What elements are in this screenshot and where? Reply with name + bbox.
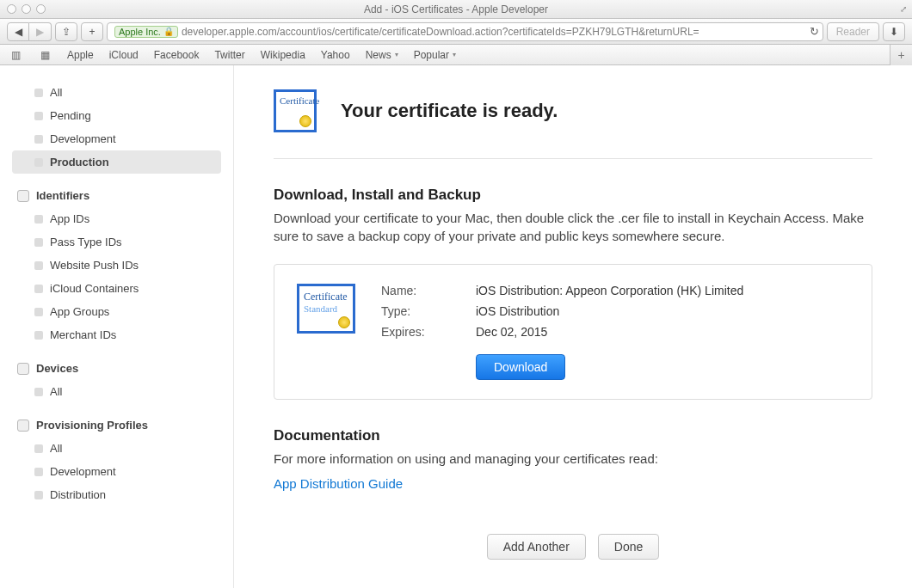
bookmark-twitter[interactable]: Twitter <box>214 49 244 61</box>
label-expires: Expires: <box>381 325 450 339</box>
sidebar-item-distribution-profiles[interactable]: Distribution <box>12 483 221 506</box>
bookmark-popular[interactable]: Popular▾ <box>414 49 456 61</box>
share-button[interactable]: ⇪ <box>55 22 77 41</box>
cert-ready-title: Your certificate is ready. <box>341 100 558 122</box>
url-text: developer.apple.com/account/ios/certific… <box>182 26 699 38</box>
address-bar[interactable]: Apple Inc.🔒 developer.apple.com/account/… <box>107 22 823 41</box>
downloads-button[interactable]: ⬇ <box>883 22 905 41</box>
bullet-icon <box>34 308 43 316</box>
bookmarks-bar: ▥ ▦ Apple iCloud Facebook Twitter Wikipe… <box>0 45 912 65</box>
forward-button[interactable]: ▶ <box>29 22 52 41</box>
page: All Pending Development Production Ident… <box>0 65 912 588</box>
sidebar-head-identifiers[interactable]: Identifiers <box>12 184 221 207</box>
sidebar-item-pending[interactable]: Pending <box>12 104 221 127</box>
done-button[interactable]: Done <box>598 534 659 560</box>
device-icon <box>17 363 29 375</box>
sidebar-item-all-devices[interactable]: All <box>12 380 221 403</box>
sidebar-item-app-ids[interactable]: App IDs <box>12 207 221 230</box>
topsites-grid-icon[interactable]: ▦ <box>38 49 52 61</box>
sidebar-item-merchant-ids[interactable]: Merchant IDs <box>12 323 221 346</box>
fullscreen-icon[interactable]: ⤢ <box>900 4 907 14</box>
browser-toolbar: ◀ ▶ ⇪ + Apple Inc.🔒 developer.apple.com/… <box>0 19 912 45</box>
sidebar-item-all-profiles[interactable]: All <box>12 437 221 460</box>
bookmark-apple[interactable]: Apple <box>67 49 94 61</box>
sidebar-item-all-certs[interactable]: All <box>12 81 221 104</box>
app-distribution-guide-link[interactable]: App Distribution Guide <box>274 476 403 491</box>
sidebar-item-production[interactable]: Production <box>12 150 221 174</box>
nav-group: ◀ ▶ <box>7 22 52 41</box>
add-bookmark-button[interactable]: + <box>81 22 103 41</box>
bookmarks-book-icon[interactable]: ▥ <box>9 49 22 61</box>
value-name: iOS Distribution: Appeon Corporation (HK… <box>476 284 743 297</box>
cert-details: Name: iOS Distribution: Appeon Corporati… <box>381 284 743 380</box>
zoom-window-icon[interactable] <box>36 4 46 14</box>
bullet-icon <box>34 238 43 247</box>
sidebar-group-certificates: All Pending Development Production <box>12 81 221 174</box>
sidebar: All Pending Development Production Ident… <box>0 65 234 588</box>
close-window-icon[interactable] <box>7 4 16 14</box>
ssl-badge[interactable]: Apple Inc.🔒 <box>114 26 178 38</box>
certificate-card: Certificate Standard Name: iOS Distribut… <box>274 264 872 400</box>
sidebar-item-pass-type-ids[interactable]: Pass Type IDs <box>12 230 221 254</box>
seal-icon <box>338 316 350 328</box>
bullet-icon <box>34 261 43 270</box>
bullet-icon <box>34 331 43 340</box>
download-section-body: Download your certificate to your Mac, t… <box>274 209 872 245</box>
bullet-icon <box>34 285 43 293</box>
window-titlebar: Add - iOS Certificates - Apple Developer… <box>0 0 912 19</box>
bullet-icon <box>34 444 43 453</box>
bullet-icon <box>34 89 43 97</box>
minimize-window-icon[interactable] <box>22 4 31 14</box>
certificate-icon: Certificate <box>274 89 317 132</box>
sidebar-item-development-certs[interactable]: Development <box>12 127 221 150</box>
bullet-icon <box>34 388 43 396</box>
traffic-lights <box>7 4 46 14</box>
chevron-down-icon: ▾ <box>453 51 456 58</box>
sidebar-group-devices: Devices All <box>12 357 221 403</box>
new-tab-button[interactable]: + <box>890 45 912 65</box>
footer-buttons: Add Another Done <box>274 517 872 577</box>
reader-button[interactable]: Reader <box>827 22 879 41</box>
certificate-standard-icon: Certificate Standard <box>297 284 355 334</box>
download-button[interactable]: Download <box>476 354 565 380</box>
cert-ready-header: Certificate Your certificate is ready. <box>274 81 872 159</box>
sidebar-head-devices[interactable]: Devices <box>12 357 221 380</box>
sidebar-group-identifiers: Identifiers App IDs Pass Type IDs Websit… <box>12 184 221 346</box>
lock-icon: 🔒 <box>163 27 174 36</box>
bookmark-wikipedia[interactable]: Wikipedia <box>261 49 305 61</box>
value-expires: Dec 02, 2015 <box>476 325 743 339</box>
bullet-icon <box>34 135 43 144</box>
bullet-icon <box>34 491 43 499</box>
documentation-body: For more information on using and managi… <box>274 450 872 468</box>
window-title: Add - iOS Certificates - Apple Developer <box>0 3 912 15</box>
bullet-icon <box>34 468 43 476</box>
main-content: Certificate Your certificate is ready. D… <box>234 65 912 588</box>
sidebar-item-app-groups[interactable]: App Groups <box>12 300 221 323</box>
bookmark-icloud[interactable]: iCloud <box>109 49 139 61</box>
documentation-title: Documentation <box>274 427 872 444</box>
label-name: Name: <box>381 284 450 297</box>
label-type: Type: <box>381 304 450 318</box>
download-section-title: Download, Install and Backup <box>274 187 872 204</box>
value-type: iOS Distribution <box>476 304 743 318</box>
bookmark-yahoo[interactable]: Yahoo <box>321 49 350 61</box>
sidebar-item-icloud-containers[interactable]: iCloud Containers <box>12 277 221 300</box>
bookmark-news[interactable]: News▾ <box>366 49 398 61</box>
sidebar-item-website-push-ids[interactable]: Website Push IDs <box>12 254 221 277</box>
bullet-icon <box>34 112 43 120</box>
bullet-icon <box>34 215 43 224</box>
chevron-down-icon: ▾ <box>395 51 398 58</box>
bullet-icon <box>34 158 43 167</box>
sidebar-head-profiles[interactable]: Provisioning Profiles <box>12 413 221 437</box>
bookmark-facebook[interactable]: Facebook <box>154 49 200 61</box>
add-another-button[interactable]: Add Another <box>487 534 586 560</box>
profile-icon <box>17 420 29 432</box>
sidebar-item-development-profiles[interactable]: Development <box>12 460 221 483</box>
seal-icon <box>299 115 311 127</box>
back-button[interactable]: ◀ <box>7 22 29 41</box>
sidebar-group-profiles: Provisioning Profiles All Development Di… <box>12 413 221 506</box>
id-badge-icon <box>17 190 29 202</box>
reload-icon[interactable]: ↻ <box>810 25 819 38</box>
